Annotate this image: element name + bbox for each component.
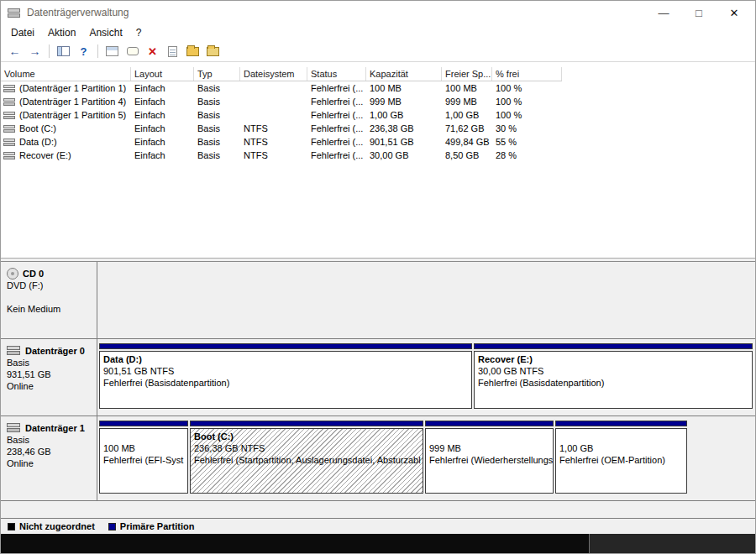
cell-layout: Einfach	[131, 83, 194, 93]
properties-icon[interactable]	[164, 43, 181, 60]
disk-management-window: Datenträgerverwaltung — □ ✕ Datei Aktion…	[0, 0, 756, 554]
partition-recover-e[interactable]: Recover (E:) 30,00 GB NTFS Fehlerfrei (B…	[474, 343, 753, 409]
explore-icon[interactable]	[184, 43, 202, 60]
column-header-volume[interactable]: Volume	[1, 67, 131, 81]
column-header-kapazitaet[interactable]: Kapazität	[366, 67, 442, 81]
cell-status: Fehlerfrei (...	[307, 150, 366, 160]
primary-partition-color-swatch	[108, 523, 116, 530]
partition-boot-c[interactable]: Boot (C:) 236,38 GB NTFS Fehlerfrei (Sta…	[190, 421, 423, 494]
bottom-strip-right-segment	[589, 534, 755, 553]
volume-name: (Datenträger 1 Partition 4)	[19, 97, 126, 107]
column-header-status[interactable]: Status	[307, 67, 366, 81]
partition-name	[559, 431, 686, 442]
cell-frei: 8,50 GB	[442, 150, 492, 160]
cd-name: CD 0	[23, 269, 44, 279]
close-button[interactable]: ✕	[717, 2, 752, 24]
cell-status: Fehlerfrei (...	[307, 110, 366, 120]
cell-kapazitaet: 100 MB	[366, 83, 442, 93]
partition-status: Fehlerfrei (Wiederherstellungs	[429, 454, 553, 466]
table-row[interactable]: Boot (C:) Einfach Basis NTFS Fehlerfrei …	[1, 122, 755, 135]
cell-layout: Einfach	[131, 123, 194, 133]
menu-datei[interactable]: Datei	[4, 25, 41, 40]
volume-name: (Datenträger 1 Partition 1)	[19, 83, 126, 93]
help-icon[interactable]: ?	[75, 43, 92, 60]
menu-hilfe[interactable]: ?	[129, 25, 149, 40]
cell-prozent: 100 %	[492, 97, 562, 107]
partition-oem[interactable]: 1,00 GB Fehlerfrei (OEM-Partition)	[555, 421, 687, 494]
cd-device: DVD (F:)	[7, 280, 92, 291]
partition-recovery[interactable]: 999 MB Fehlerfrei (Wiederherstellungs	[425, 421, 554, 494]
cell-frei: 71,62 GB	[442, 123, 492, 133]
delete-volume-icon[interactable]: ✕	[144, 43, 161, 60]
volume-name: Data (D:)	[19, 137, 57, 147]
partition-size: 236,38 GB NTFS	[194, 442, 423, 454]
cell-typ: Basis	[194, 83, 240, 93]
disk0-row: Datenträger 0 Basis 931,51 GB Online Dat…	[1, 339, 755, 416]
table-row[interactable]: (Datenträger 1 Partition 4) Einfach Basi…	[1, 95, 755, 108]
disk0-partitions: Data (D:) 901,51 GB NTFS Fehlerfrei (Bas…	[97, 339, 755, 416]
cell-status: Fehlerfrei (...	[307, 83, 366, 93]
minimize-button[interactable]: —	[646, 2, 681, 24]
disk1-info-panel[interactable]: Datenträger 1 Basis 238,46 GB Online	[1, 416, 97, 500]
menu-aktion[interactable]: Aktion	[41, 25, 82, 40]
legend-bar: Nicht zugeordnet Primäre Partition	[1, 518, 755, 534]
disk1-row: Datenträger 1 Basis 238,46 GB Online 100…	[1, 416, 755, 501]
volume-icon	[3, 111, 16, 120]
disk0-status: Online	[7, 380, 92, 392]
disk1-partitions: 100 MB Fehlerfrei (EFI-Syst Boot (C:) 23…	[97, 416, 755, 500]
column-header-prozent-frei[interactable]: % frei	[492, 67, 562, 81]
legend-label: Nicht zugeordnet	[19, 521, 95, 531]
cell-prozent: 100 %	[492, 83, 562, 93]
cd-info-panel[interactable]: CD 0 DVD (F:) Kein Medium	[1, 262, 97, 338]
cell-prozent: 100 %	[492, 110, 562, 120]
table-row[interactable]: Data (D:) Einfach Basis NTFS Fehlerfrei …	[1, 135, 755, 149]
partition-name	[103, 431, 187, 442]
volume-list-pane: Volume Layout Typ Dateisystem Status Kap…	[1, 62, 755, 258]
disk0-size: 931,51 GB	[7, 368, 92, 380]
column-header-dateisystem[interactable]: Dateisystem	[240, 67, 307, 81]
cell-status: Fehlerfrei (...	[307, 97, 366, 107]
cell-typ: Basis	[194, 110, 240, 120]
cell-kapazitaet: 901,51 GB	[366, 137, 442, 147]
table-row[interactable]: (Datenträger 1 Partition 5) Einfach Basi…	[1, 108, 755, 122]
partition-data-d[interactable]: Data (D:) 901,51 GB NTFS Fehlerfrei (Bas…	[99, 343, 472, 409]
maximize-button[interactable]: □	[681, 2, 717, 24]
column-header-freier-speicher[interactable]: Freier Sp...	[442, 67, 492, 81]
cell-typ: Basis	[194, 150, 240, 160]
column-header-typ[interactable]: Typ	[194, 67, 240, 81]
partition-name	[429, 431, 553, 442]
column-header-layout[interactable]: Layout	[131, 67, 194, 81]
back-icon[interactable]: ←	[6, 43, 24, 60]
partition-status: Fehlerfrei (Basisdatenpartition)	[103, 377, 471, 389]
volume-icon	[3, 84, 16, 93]
unallocated-color-swatch	[8, 523, 15, 530]
disk0-info-panel[interactable]: Datenträger 0 Basis 931,51 GB Online	[1, 339, 97, 416]
cd-media-status: Kein Medium	[7, 303, 92, 315]
volume-name: Boot (C:)	[19, 123, 56, 133]
table-row[interactable]: (Datenträger 1 Partition 1) Einfach Basi…	[1, 81, 755, 95]
table-row[interactable]: Recover (E:) Einfach Basis NTFS Fehlerfr…	[1, 149, 755, 162]
console-tree-icon[interactable]	[55, 43, 72, 60]
cell-dateisystem: NTFS	[240, 150, 307, 160]
menu-ansicht[interactable]: Ansicht	[82, 25, 129, 40]
toolbar-separator	[97, 44, 98, 58]
attributes-icon[interactable]	[204, 43, 222, 60]
partition-efi[interactable]: 100 MB Fehlerfrei (EFI-Syst	[99, 421, 188, 494]
window-title: Datenträgerverwaltung	[27, 7, 646, 18]
disk1-size: 238,46 GB	[7, 446, 92, 457]
partition-size: 901,51 GB NTFS	[103, 365, 471, 377]
cell-status: Fehlerfrei (...	[307, 123, 366, 133]
cd-media-area	[97, 262, 755, 338]
volume-icon	[3, 124, 16, 133]
forward-icon[interactable]: →	[26, 43, 44, 60]
disk1-status: Online	[7, 457, 92, 469]
cell-status: Fehlerfrei (...	[307, 137, 366, 147]
partition-color-bar	[99, 421, 188, 426]
partition-size: 1,00 GB	[559, 442, 686, 454]
action-pane-icon[interactable]	[103, 43, 121, 60]
cell-typ: Basis	[194, 123, 240, 133]
dialog-icon[interactable]	[123, 43, 141, 60]
partition-size: 999 MB	[429, 442, 553, 454]
selected-partition-body: Boot (C:) 236,38 GB NTFS Fehlerfrei (Sta…	[190, 428, 423, 494]
cell-frei: 499,84 GB	[442, 137, 492, 147]
